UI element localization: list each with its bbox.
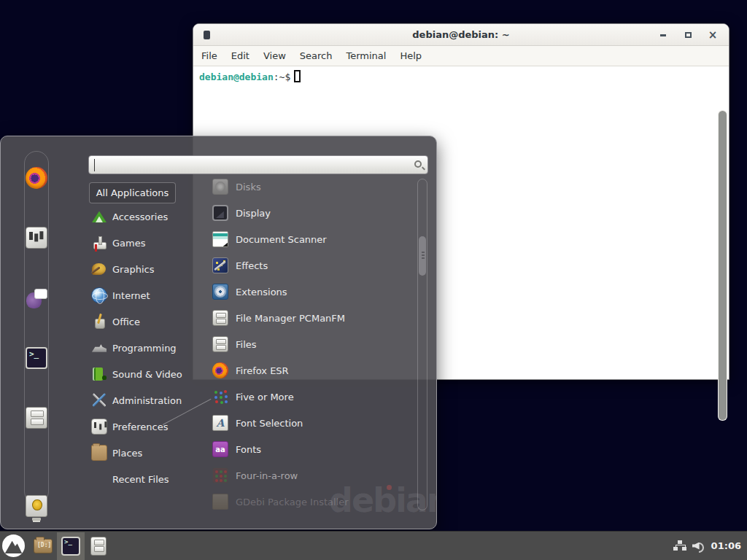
settings-icon[interactable] [26,227,47,249]
lock-screen-icon[interactable] [26,495,47,517]
category-preferences[interactable]: Preferences [88,413,198,440]
app-label: Firefox ESR [236,365,289,376]
terminal-scrollbar[interactable] [718,110,727,421]
document-scanner-icon [212,231,228,247]
network-icon[interactable] [673,540,686,552]
games-icon [91,235,107,251]
office-icon [91,314,107,330]
menu-scrollbar-thumb[interactable] [419,236,426,276]
app-display[interactable]: Display [212,200,417,226]
category-places[interactable]: Places [88,440,198,466]
app-label: Document Scanner [236,234,327,245]
category-programming[interactable]: Programming [88,335,198,361]
search-input[interactable] [89,156,427,174]
prompt-path: :~$ [274,71,290,82]
programming-icon [91,340,107,356]
category-office[interactable]: Office [88,308,198,335]
app-extensions[interactable]: Extensions [212,279,417,305]
terminal-cursor [294,70,301,82]
menu-search[interactable]: Search [300,50,333,61]
category-label: Preferences [112,421,168,432]
file-manager-icon[interactable] [26,407,47,429]
firefox-icon [212,362,228,378]
menu-help[interactable]: Help [400,50,422,61]
search-icon [414,160,422,168]
four-in-a-row-icon [212,467,228,483]
favorites-frame [24,151,49,504]
taskbar-item-file-manager[interactable] [29,532,57,560]
search-box [88,155,428,174]
terminal-glyph: >_ [29,349,39,359]
terminal-icon[interactable]: >_ [26,347,47,369]
terminal-titlebar[interactable]: debian@debian: ~ × [193,24,729,46]
internet-icon [91,287,107,303]
close-button[interactable]: × [707,29,719,41]
category-label: Programming [112,343,177,354]
category-label: Accessories [112,211,168,222]
app-document-scanner[interactable]: Document Scanner [212,226,417,252]
package-icon [212,494,228,510]
app-four-in-a-row[interactable]: Four-in-a-row [212,462,417,489]
maximize-button[interactable] [682,29,694,41]
menu-view[interactable]: View [263,50,286,61]
prompt-user-host: debian@debian [199,71,274,82]
places-icon [91,445,107,461]
font-selection-icon: A [212,415,228,431]
category-label: Recent Files [112,474,169,485]
app-gdebi-package-installer[interactable]: GDebi Package Installer [212,489,417,515]
menu-edit[interactable]: Edit [231,50,249,61]
terminal-scrollbar-thumb[interactable] [719,111,727,420]
app-label: GDebi Package Installer [236,497,349,508]
app-files[interactable]: Files [212,331,417,357]
app-firefox-esr[interactable]: Firefox ESR [212,357,417,384]
app-font-selection[interactable]: A Font Selection [212,410,417,436]
taskbar-item-terminal[interactable]: >_ [57,532,85,560]
app-five-or-more[interactable]: Five or More [212,384,417,410]
category-label: Office [112,316,140,327]
fonts-icon: aa [212,441,228,457]
effects-icon [212,257,228,273]
application-menu: debian >_ All Applications Accessories [0,136,437,529]
extensions-icon [212,284,228,300]
terminal-menubar: File Edit View Search Terminal Help [193,46,729,66]
app-label: Five or More [236,392,294,402]
fonts-aa-glyph: aa [215,446,225,454]
category-label: Sound & Video [112,369,182,380]
app-label: Four-in-a-row [236,470,298,481]
category-label: Graphics [112,264,154,275]
terminal-icon: >_ [61,537,80,556]
category-label: Internet [112,290,150,301]
app-label: Extensions [236,287,287,298]
app-label: Effects [236,260,268,271]
app-file-manager-pcmanfm[interactable]: File Manager PCManFM [212,305,417,331]
category-internet[interactable]: Internet [88,282,198,308]
volume-icon[interactable] [692,540,705,552]
minimize-button[interactable] [657,29,669,41]
firefox-icon[interactable] [26,167,47,189]
category-list: Accessories Games Graphics Internet Offi… [88,203,198,492]
app-label: Disks [236,182,261,192]
taskbar-item-file-cabinet[interactable] [85,532,112,560]
pidgin-icon[interactable] [26,287,47,309]
terminal-app-icon [204,31,210,39]
category-recent-files[interactable]: Recent Files [88,466,198,492]
all-applications-button[interactable]: All Applications [89,182,176,203]
menu-scrollbar[interactable] [417,179,427,510]
category-administration[interactable]: Administration [88,387,198,413]
category-label: Games [112,238,145,249]
app-fonts[interactable]: aa Fonts [212,436,417,462]
app-label: File Manager PCManFM [236,313,345,324]
folder-icon [34,539,53,553]
menu-file[interactable]: File [201,50,217,61]
menu-terminal[interactable]: Terminal [346,50,386,61]
category-games[interactable]: Games [88,230,198,256]
app-effects[interactable]: Effects [212,252,417,279]
app-disks[interactable]: Disks [212,174,417,200]
category-accessories[interactable]: Accessories [88,203,198,230]
category-graphics[interactable]: Graphics [88,256,198,282]
category-sound-video[interactable]: Sound & Video [88,361,198,387]
clock[interactable]: 01:06 [711,540,741,551]
graphics-icon [91,261,107,277]
terminal-title: debian@debian: ~ [193,29,729,40]
menu-launcher-button[interactable] [2,534,25,557]
